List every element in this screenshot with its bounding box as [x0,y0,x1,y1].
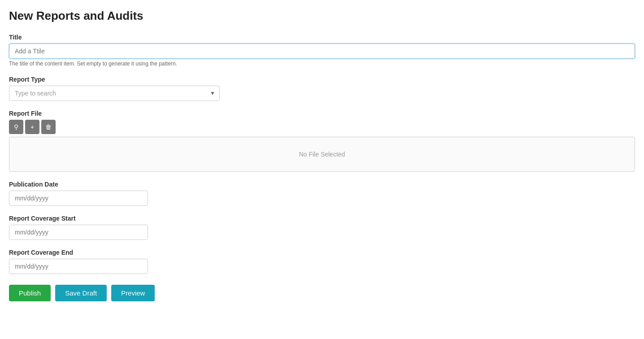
file-drop-area[interactable]: No File Selected [9,137,635,172]
file-link-button[interactable]: ⚲ [9,120,23,134]
coverage-start-field-group: Report Coverage Start [9,215,635,240]
report-file-label: Report File [9,110,635,117]
publication-date-label: Publication Date [9,181,635,188]
coverage-start-label: Report Coverage Start [9,215,635,222]
file-delete-button[interactable]: 🗑 [41,120,56,134]
report-type-label: Report Type [9,76,635,83]
add-icon: + [30,123,34,130]
coverage-start-input[interactable] [9,225,148,240]
report-type-select[interactable]: Type to search [9,86,220,101]
trash-icon: 🗑 [45,123,52,130]
preview-button[interactable]: Preview [111,285,155,301]
file-toolbar: ⚲ + 🗑 [9,120,635,134]
publish-button[interactable]: Publish [9,285,51,301]
action-buttons: Publish Save Draft Preview [9,285,635,301]
publication-date-field-group: Publication Date [9,181,635,206]
save-draft-button[interactable]: Save Draft [55,285,107,301]
title-input[interactable] [9,43,635,59]
file-add-button[interactable]: + [25,120,39,134]
file-status-text: No File Selected [299,151,345,158]
link-icon: ⚲ [14,123,18,130]
title-label: Title [9,34,635,41]
coverage-end-field-group: Report Coverage End [9,249,635,274]
coverage-end-input[interactable] [9,259,148,274]
page-title: New Reports and Audits [9,9,635,23]
title-hint: The title of the content item. Set empty… [9,61,635,67]
title-field-group: Title The title of the content item. Set… [9,34,635,67]
publication-date-input[interactable] [9,191,148,206]
report-file-field-group: Report File ⚲ + 🗑 No File Selected [9,110,635,172]
coverage-end-label: Report Coverage End [9,249,635,256]
report-type-field-group: Report Type Type to search ▼ [9,76,635,101]
report-type-select-wrapper: Type to search ▼ [9,86,220,101]
